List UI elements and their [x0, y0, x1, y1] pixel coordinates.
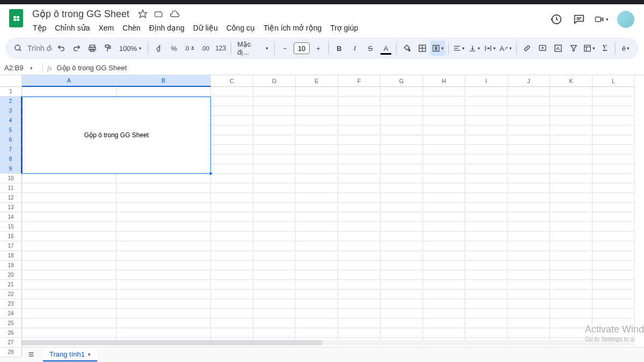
row-header-21[interactable]: 21 [0, 280, 22, 290]
menu-extensions[interactable]: Tiện ích mở rộng [260, 22, 325, 34]
cell[interactable] [465, 290, 508, 299]
cell[interactable] [423, 290, 465, 299]
cell[interactable] [22, 212, 116, 222]
cell[interactable] [465, 145, 508, 154]
cell[interactable] [508, 212, 550, 222]
cell[interactable] [211, 125, 253, 135]
cell[interactable] [338, 309, 380, 319]
cell[interactable] [296, 309, 338, 319]
cell[interactable] [211, 193, 253, 203]
cell[interactable] [211, 232, 253, 241]
menu-insert[interactable]: Chèn [119, 22, 144, 34]
cell[interactable] [508, 116, 550, 125]
cell[interactable] [116, 299, 211, 309]
cell[interactable] [508, 174, 550, 183]
cell[interactable] [550, 183, 592, 193]
cell[interactable] [465, 193, 508, 203]
cell[interactable] [211, 251, 253, 261]
cell[interactable] [550, 193, 592, 203]
cell[interactable] [253, 328, 296, 338]
cell[interactable] [116, 232, 211, 241]
cell[interactable] [465, 116, 508, 125]
cell[interactable] [211, 97, 253, 106]
decrease-font-button[interactable]: − [277, 41, 292, 56]
borders-button[interactable] [415, 41, 430, 56]
cell[interactable] [508, 193, 550, 203]
vertical-align-button[interactable]: ▾ [467, 41, 482, 56]
cell[interactable] [592, 222, 635, 232]
cell[interactable] [423, 251, 465, 261]
cell[interactable] [253, 183, 296, 193]
cell[interactable] [338, 222, 380, 232]
cell[interactable] [423, 183, 465, 193]
cell[interactable] [423, 154, 465, 164]
cell[interactable] [550, 270, 592, 280]
cell[interactable] [508, 125, 550, 135]
cell[interactable] [592, 280, 635, 290]
cell[interactable] [380, 290, 423, 299]
cell[interactable] [22, 299, 116, 309]
cell[interactable] [211, 135, 253, 145]
cell[interactable] [338, 280, 380, 290]
cell[interactable] [423, 164, 465, 174]
cell[interactable] [592, 116, 635, 125]
cell[interactable] [592, 174, 635, 183]
cell[interactable] [116, 87, 211, 97]
cell[interactable] [338, 164, 380, 174]
cell[interactable] [592, 87, 635, 97]
cell[interactable] [296, 154, 338, 164]
cell[interactable] [508, 87, 550, 97]
star-icon[interactable] [137, 8, 149, 20]
cell[interactable] [338, 319, 380, 328]
row-header-25[interactable]: 25 [0, 319, 22, 328]
col-header-h[interactable]: H [423, 75, 465, 87]
input-tools-button[interactable]: ê▾ [618, 41, 633, 56]
cell[interactable] [508, 232, 550, 241]
col-header-d[interactable]: D [253, 75, 296, 87]
cell[interactable] [116, 270, 211, 280]
cell[interactable] [253, 290, 296, 299]
bold-button[interactable]: B [332, 41, 347, 56]
cell[interactable] [211, 309, 253, 319]
row-header-10[interactable]: 10 [0, 174, 22, 183]
cell[interactable] [592, 328, 635, 338]
cell[interactable] [380, 261, 423, 270]
cell[interactable] [22, 251, 116, 261]
cell[interactable] [253, 164, 296, 174]
user-avatar[interactable] [617, 11, 634, 28]
cell[interactable] [22, 232, 116, 241]
row-header-8[interactable]: 8 [0, 154, 22, 164]
cell[interactable] [508, 183, 550, 193]
cell[interactable] [592, 106, 635, 116]
cell[interactable] [592, 261, 635, 270]
cell[interactable] [211, 212, 253, 222]
cell[interactable] [211, 106, 253, 116]
fill-color-button[interactable] [399, 41, 414, 56]
select-all-corner[interactable] [0, 75, 22, 87]
cell[interactable] [338, 125, 380, 135]
cell[interactable] [253, 309, 296, 319]
cell[interactable] [296, 222, 338, 232]
cell[interactable] [22, 183, 116, 193]
menu-help[interactable]: Trợ giúp [326, 22, 362, 34]
cell[interactable] [465, 222, 508, 232]
cell[interactable] [423, 299, 465, 309]
cell[interactable] [550, 174, 592, 183]
cell[interactable] [296, 116, 338, 125]
decrease-decimal-button[interactable]: .0 [182, 41, 197, 56]
filter-button[interactable] [566, 41, 581, 56]
cell[interactable] [423, 193, 465, 203]
cell[interactable] [253, 145, 296, 154]
cell[interactable] [423, 145, 465, 154]
row-header-5[interactable]: 5 [0, 125, 22, 135]
row-header-4[interactable]: 4 [0, 116, 22, 125]
cell[interactable] [296, 145, 338, 154]
cell[interactable] [423, 261, 465, 270]
cell[interactable] [380, 164, 423, 174]
text-rotation-button[interactable]: A↗▾ [498, 41, 514, 56]
cell[interactable] [211, 319, 253, 328]
cell[interactable] [465, 106, 508, 116]
col-header-e[interactable]: E [296, 75, 338, 87]
cell[interactable] [508, 145, 550, 154]
cell[interactable] [296, 328, 338, 338]
